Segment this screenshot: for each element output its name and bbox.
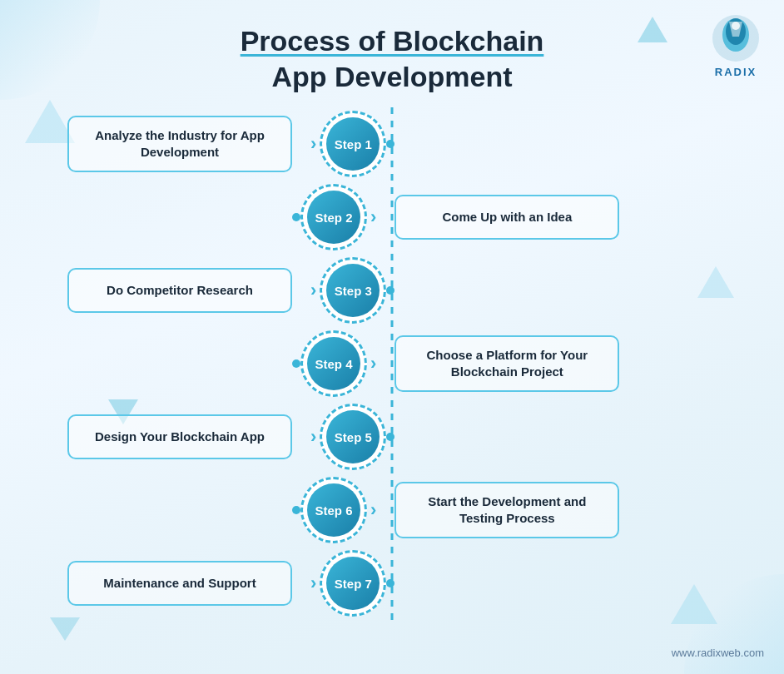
step-text-3: Do Competitor Research [107,282,253,299]
step-row-2: Step 2 › Come Up with an Idea [67,181,717,254]
step-label-box-1: Analyze the Industry for App Development [67,116,292,173]
step-label-box-2: Come Up with an Idea [394,195,619,240]
step-text-5: Design Your Blockchain App [95,429,265,445]
connector-dot-2 [292,213,300,221]
step-circle-2: Step 2 [300,184,367,250]
step-label-1: Step 1 [335,137,372,151]
step-label-box-7: Maintenance and Support [67,561,292,606]
step-circle-3: Step 3 [320,257,386,324]
svg-point-4 [732,22,740,30]
logo: RADIX [711,13,761,78]
step-label-4: Step 4 [315,357,352,371]
arrow-right-2: › [370,206,376,228]
step-circle-1: Step 1 [320,111,386,177]
step-text-6: Start the Development and Testing Proces… [411,493,603,528]
title-line1: Process of Blockchain [241,25,544,57]
step-circle-7: Step 7 [320,550,386,617]
logo-name: RADIX [715,66,757,78]
connector-dot-7 [386,579,394,587]
connector-dot-6 [292,506,300,514]
step-label-box-3: Do Competitor Research [67,268,292,313]
step-circle-4: Step 4 [300,330,367,397]
step-label-3: Step 3 [335,284,372,298]
title-line2: App Development [271,61,512,92]
arrow-left-3: › [310,280,316,301]
connector-dot-3 [386,286,394,295]
flow-diagram: Analyze the Industry for App Development… [0,107,784,620]
arrow-right-6: › [370,499,376,521]
radix-logo-icon [711,13,761,63]
step-row-3: Do Competitor Research › Step 3 [67,254,717,327]
arrow-left-7: › [310,572,316,594]
arrow-right-4: › [370,353,376,374]
step-row-1: Analyze the Industry for App Development… [67,107,717,181]
step-label-6: Step 6 [315,503,352,518]
step-circle-6: Step 6 [300,477,367,543]
page-title: Process of Blockchain App Development [0,23,784,94]
step-label-box-6: Start the Development and Testing Proces… [394,482,619,539]
step-text-4: Choose a Platform for Your Blockchain Pr… [411,347,603,381]
step-label-box-4: Choose a Platform for Your Blockchain Pr… [394,335,619,393]
step-row-5: Design Your Blockchain App › Step 5 [67,400,717,473]
step-circle-5: Step 5 [320,404,386,470]
connector-dot-1 [386,140,394,148]
step-label-2: Step 2 [315,211,352,225]
arrow-left-1: › [310,133,316,155]
website-url: www.radixweb.com [672,647,764,659]
arrow-left-5: › [310,426,316,448]
step-row-7: Maintenance and Support › Step 7 [67,547,717,620]
step-label-box-5: Design Your Blockchain App [67,414,292,459]
step-label-7: Step 7 [335,577,372,591]
step-row-6: Step 6 › Start the Development and Testi… [67,473,717,547]
connector-dot-5 [386,433,394,441]
step-text-1: Analyze the Industry for App Development [84,127,275,161]
step-row-4: Step 4 › Choose a Platform for Your Bloc… [67,327,717,400]
step-label-5: Step 5 [335,430,372,444]
step-text-2: Come Up with an Idea [442,209,572,225]
page-header: Process of Blockchain App Development [0,0,784,102]
connector-dot-4 [292,359,300,368]
step-text-7: Maintenance and Support [103,575,256,592]
